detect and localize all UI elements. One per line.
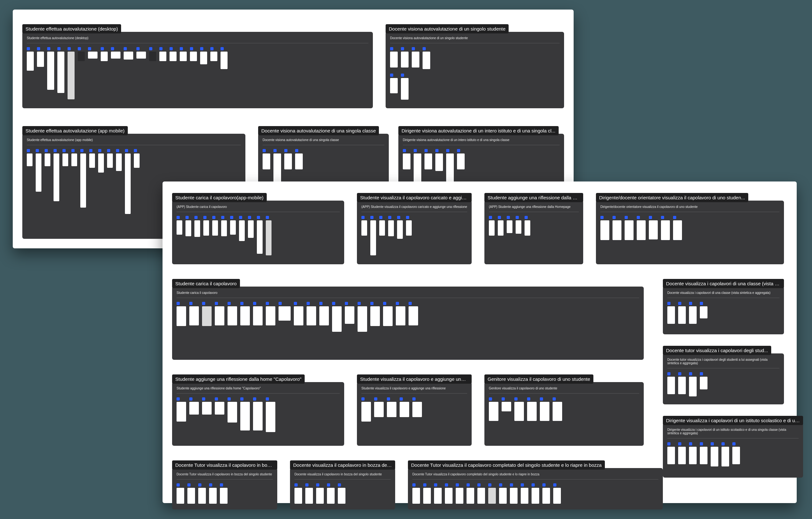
screen-thumb[interactable] [689,447,697,464]
screen-thumb[interactable] [489,402,498,421]
screen-thumb[interactable] [212,220,218,236]
screen[interactable] [531,483,539,504]
screen-thumb[interactable] [387,402,397,417]
screen-thumb[interactable] [396,306,405,326]
screen[interactable] [445,483,453,504]
screen[interactable] [540,397,549,421]
screen-thumb[interactable] [700,377,707,389]
screen-thumb[interactable] [435,153,443,171]
screen-thumb[interactable] [397,220,403,239]
screen[interactable] [396,302,405,326]
screen-thumb[interactable] [187,488,195,504]
screen[interactable] [700,302,707,318]
screen-thumb[interactable] [423,488,431,504]
screen[interactable] [253,397,263,430]
screen-thumb[interactable] [240,402,250,430]
screen-thumb[interactable] [456,488,463,504]
flow-card[interactable]: Dirigente/docente orientatore visualizza… [596,201,784,264]
screen[interactable] [327,483,335,504]
screen[interactable] [295,149,303,170]
flow-card[interactable]: Studente visualizza il capolavoro carica… [357,201,472,264]
screen[interactable] [667,302,675,324]
screen-thumb[interactable] [189,306,199,326]
screen[interactable] [527,397,536,421]
screen-thumb[interactable] [327,488,335,504]
screen-thumb[interactable] [445,488,453,504]
screen-thumb[interactable] [203,220,209,236]
screen-thumb[interactable] [542,488,550,504]
screen[interactable] [477,483,485,504]
screen-thumb[interactable] [383,306,393,326]
screen[interactable] [689,372,697,396]
flow-card[interactable]: Docente Tutor visualizza il capolavoro i… [172,468,277,510]
screen[interactable] [212,216,218,236]
screen-thumb[interactable] [170,52,177,61]
screen-thumb[interactable] [527,402,536,421]
screen[interactable] [625,216,634,240]
screen[interactable] [307,302,316,326]
screen[interactable] [111,47,120,59]
screen[interactable] [316,483,324,504]
screen[interactable] [397,216,403,239]
screen-thumb[interactable] [266,220,271,255]
screen-thumb[interactable] [198,488,206,504]
screen-thumb[interactable] [101,52,108,61]
screen-thumb[interactable] [134,153,140,168]
screen[interactable] [338,483,345,504]
screen-thumb[interactable] [160,52,166,61]
screen-thumb[interactable] [88,52,97,59]
screen-thumb[interactable] [722,447,729,466]
screen-thumb[interactable] [230,220,236,235]
screen[interactable] [425,149,432,170]
screen-thumb[interactable] [220,488,228,504]
screen[interactable] [678,372,686,394]
screen[interactable] [215,302,224,326]
screen-thumb[interactable] [202,402,212,415]
screen-thumb[interactable] [57,52,64,93]
screen-thumb[interactable] [361,220,367,236]
screen-thumb[interactable] [678,306,686,324]
screen[interactable] [401,47,409,67]
screen[interactable] [37,47,44,67]
flow-card[interactable]: Docente visualizza i capolavori di una c… [663,286,784,334]
screen[interactable] [202,397,212,415]
screen[interactable] [467,483,474,504]
screen[interactable] [180,47,187,61]
flow-card[interactable]: Studente carica il capolavoroStudente ca… [172,286,644,360]
screen-thumb[interactable] [467,488,474,504]
screen-thumb[interactable] [111,52,120,59]
screen-thumb[interactable] [531,488,539,504]
screen-thumb[interactable] [507,220,513,233]
screen[interactable] [54,149,59,201]
screen[interactable] [689,442,697,464]
screen-thumb[interactable] [210,52,218,61]
board-2[interactable]: Studente carica il capolavoro(app-mobile… [163,182,797,503]
screen[interactable] [732,442,740,464]
screen[interactable] [215,397,224,415]
screen-thumb[interactable] [667,306,675,324]
screen-thumb[interactable] [124,52,133,60]
screen[interactable] [379,216,385,236]
screen[interactable] [136,47,146,59]
flow-card[interactable]: Studente effettua autovalutazione (deskt… [22,32,373,108]
screen[interactable] [423,483,431,504]
screen-thumb[interactable] [425,153,432,170]
screen[interactable] [689,302,697,324]
screen-thumb[interactable] [673,220,682,240]
screen[interactable] [273,149,281,182]
screen[interactable] [498,216,503,236]
screen[interactable] [489,216,495,236]
screen[interactable] [370,216,376,255]
screen-thumb[interactable] [177,220,182,235]
screen[interactable] [149,47,156,61]
screen-thumb[interactable] [514,402,524,421]
screen[interactable] [488,483,496,504]
screen-thumb[interactable] [412,402,422,417]
screen-thumb[interactable] [700,447,707,464]
screen-thumb[interactable] [499,488,507,504]
screen[interactable] [170,47,177,61]
screen-thumb[interactable] [78,52,85,61]
screen-thumb[interactable] [190,52,197,61]
screen-thumb[interactable] [295,153,303,170]
screen[interactable] [401,73,409,100]
